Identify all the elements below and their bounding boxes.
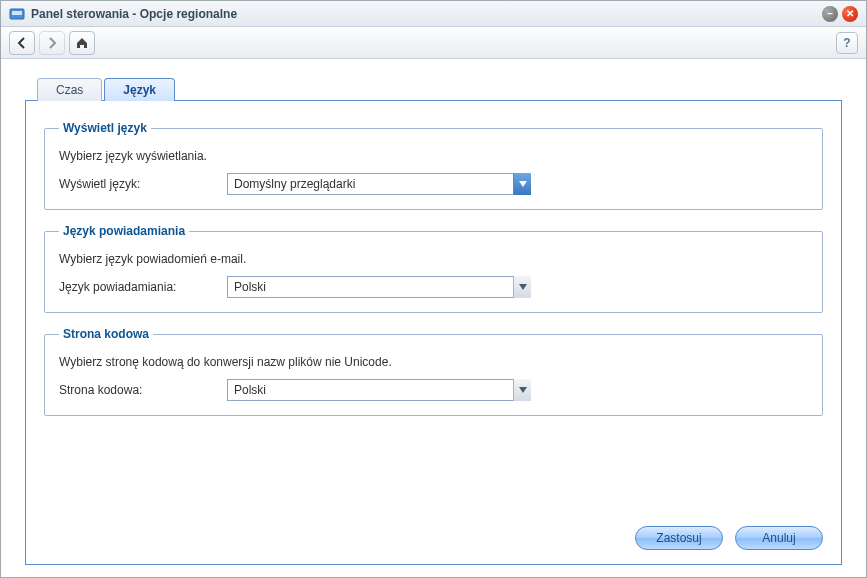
group-description: Wybierz język wyświetlania. bbox=[59, 149, 808, 163]
field-row: Wyświetl język: Domyślny przeglądarki bbox=[59, 173, 808, 195]
select-value: Polski bbox=[227, 276, 531, 298]
button-row: Zastosuj Anuluj bbox=[44, 518, 823, 550]
toolbar: ? bbox=[1, 27, 866, 59]
codepage-label: Strona kodowa: bbox=[59, 383, 219, 397]
window: Panel sterowania - Opcje regionalne – ✕ … bbox=[0, 0, 867, 578]
back-button[interactable] bbox=[9, 31, 35, 55]
display-language-label: Wyświetl język: bbox=[59, 177, 219, 191]
titlebar: Panel sterowania - Opcje regionalne – ✕ bbox=[1, 1, 866, 27]
notification-language-label: Język powiadamiania: bbox=[59, 280, 219, 294]
group-codepage: Strona kodowa Wybierz stronę kodową do k… bbox=[44, 327, 823, 416]
apply-button[interactable]: Zastosuj bbox=[635, 526, 723, 550]
group-legend: Strona kodowa bbox=[59, 327, 153, 341]
help-button[interactable]: ? bbox=[836, 32, 858, 54]
app-icon bbox=[9, 6, 25, 22]
arrow-right-icon bbox=[46, 37, 58, 49]
field-row: Strona kodowa: Polski bbox=[59, 379, 808, 401]
tab-label: Język bbox=[123, 83, 156, 97]
tab-panel: Wyświetl język Wybierz język wyświetlani… bbox=[25, 100, 842, 565]
display-language-select[interactable]: Domyślny przeglądarki bbox=[227, 173, 531, 195]
tab-time[interactable]: Czas bbox=[37, 78, 102, 101]
tabbar: Czas Język bbox=[37, 77, 842, 100]
select-value: Domyślny przeglądarki bbox=[227, 173, 531, 195]
close-button[interactable]: ✕ bbox=[842, 6, 858, 22]
select-value: Polski bbox=[227, 379, 531, 401]
group-description: Wybierz język powiadomień e-mail. bbox=[59, 252, 808, 266]
notification-language-select[interactable]: Polski bbox=[227, 276, 531, 298]
help-icon: ? bbox=[843, 36, 850, 50]
group-legend: Wyświetl język bbox=[59, 121, 151, 135]
svg-rect-1 bbox=[12, 11, 22, 15]
forward-button[interactable] bbox=[39, 31, 65, 55]
group-legend: Język powiadamiania bbox=[59, 224, 189, 238]
tab-label: Czas bbox=[56, 83, 83, 97]
minimize-button[interactable]: – bbox=[822, 6, 838, 22]
window-title: Panel sterowania - Opcje regionalne bbox=[31, 7, 822, 21]
home-button[interactable] bbox=[69, 31, 95, 55]
arrow-left-icon bbox=[16, 37, 28, 49]
content: Czas Język Wyświetl język Wybierz język … bbox=[1, 59, 866, 577]
cancel-button[interactable]: Anuluj bbox=[735, 526, 823, 550]
home-icon bbox=[75, 36, 89, 50]
tab-language[interactable]: Język bbox=[104, 78, 175, 101]
field-row: Język powiadamiania: Polski bbox=[59, 276, 808, 298]
group-notification-language: Język powiadamiania Wybierz język powiad… bbox=[44, 224, 823, 313]
codepage-select[interactable]: Polski bbox=[227, 379, 531, 401]
window-controls: – ✕ bbox=[822, 6, 858, 22]
group-display-language: Wyświetl język Wybierz język wyświetlani… bbox=[44, 121, 823, 210]
group-description: Wybierz stronę kodową do konwersji nazw … bbox=[59, 355, 808, 369]
